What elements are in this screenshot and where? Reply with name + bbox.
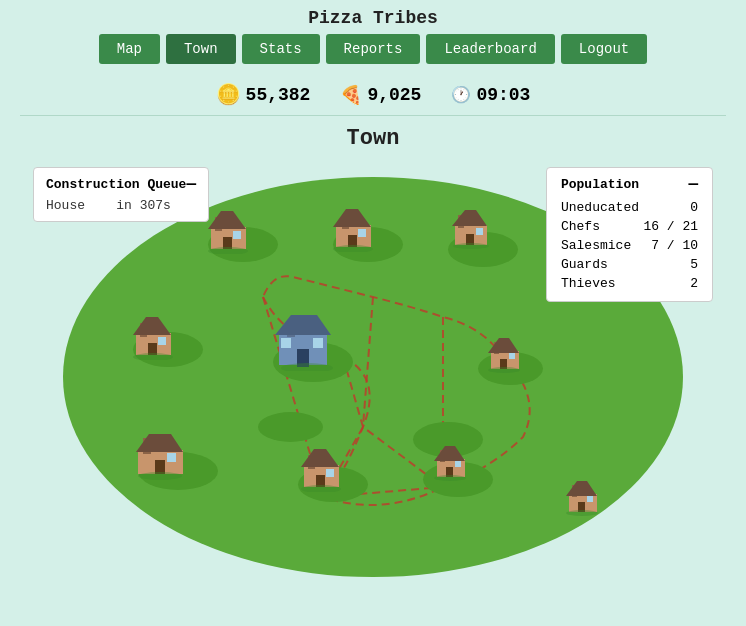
- svg-rect-16: [476, 228, 483, 235]
- nav-bar: Map Town Stats Reports Leaderboard Logou…: [0, 34, 746, 64]
- building-1[interactable]: [203, 199, 263, 262]
- svg-point-17: [453, 243, 489, 249]
- svg-point-60: [566, 510, 598, 516]
- clock-icon: 🕐: [451, 85, 471, 105]
- svg-rect-47: [326, 469, 334, 477]
- pop-label-guards: Guards: [561, 257, 608, 272]
- construction-item-label: House: [46, 198, 85, 213]
- svg-marker-33: [488, 338, 519, 353]
- svg-rect-10: [358, 229, 366, 237]
- pop-row-uneducated: Uneducated 0: [561, 198, 698, 217]
- svg-rect-59: [587, 496, 593, 502]
- pop-value-guards: 5: [690, 257, 698, 272]
- time-stat: 🕐 09:03: [451, 82, 530, 107]
- population-minimize-btn[interactable]: —: [688, 176, 698, 192]
- page-title: Town: [0, 116, 746, 157]
- building-3[interactable]: [448, 199, 503, 257]
- pizza-stat: 🍕 9,025: [340, 82, 421, 107]
- nav-leaderboard[interactable]: Leaderboard: [426, 34, 554, 64]
- building-2[interactable]: [328, 197, 388, 260]
- pop-row-guards: Guards 5: [561, 255, 698, 274]
- population-panel: Population — Uneducated 0 Chefs 16 / 21 …: [546, 167, 713, 302]
- svg-rect-41: [167, 453, 176, 462]
- pizza-value: 9,025: [367, 85, 421, 105]
- construction-panel: Construction Queue — House in 307s: [33, 167, 209, 222]
- building-8[interactable]: [431, 437, 479, 487]
- stats-bar: 🪙 55,382 🍕 9,025 🕐 09:03: [20, 76, 726, 116]
- pizza-icon: 🍕: [340, 84, 362, 106]
- pop-label-salesmice: Salesmice: [561, 238, 631, 253]
- building-center[interactable]: [271, 305, 343, 379]
- coin-icon: 🪙: [216, 82, 241, 107]
- svg-rect-28: [281, 338, 291, 348]
- svg-rect-22: [158, 337, 166, 345]
- nav-town[interactable]: Town: [166, 34, 236, 64]
- app-title: Pizza Tribes: [0, 8, 746, 28]
- svg-marker-26: [275, 315, 331, 335]
- svg-rect-40: [155, 460, 165, 474]
- building-7[interactable]: [296, 437, 356, 500]
- svg-marker-2: [208, 211, 246, 229]
- population-panel-header: Population —: [561, 176, 698, 192]
- pop-value-chefs: 16 / 21: [643, 219, 698, 234]
- time-value: 09:03: [476, 85, 530, 105]
- town-area: Construction Queue — House in 307s Popul…: [33, 157, 713, 597]
- construction-panel-header: Construction Queue —: [46, 176, 196, 192]
- svg-marker-14: [452, 210, 487, 226]
- coins-stat: 🪙 55,382: [216, 82, 311, 107]
- svg-rect-4: [233, 231, 241, 239]
- svg-marker-8: [333, 209, 371, 227]
- construction-minimize-btn[interactable]: —: [186, 176, 196, 192]
- svg-marker-57: [566, 481, 597, 496]
- svg-marker-45: [301, 449, 339, 467]
- nav-reports[interactable]: Reports: [326, 34, 421, 64]
- pop-label-uneducated: Uneducated: [561, 200, 639, 215]
- building-4[interactable]: [128, 305, 188, 368]
- pop-value-thieves: 2: [690, 276, 698, 291]
- construction-item-row: House in 307s: [46, 198, 196, 213]
- nav-logout[interactable]: Logout: [561, 34, 647, 64]
- svg-point-54: [434, 475, 466, 481]
- pop-row-chefs: Chefs 16 / 21: [561, 217, 698, 236]
- pop-row-salesmice: Salesmice 7 / 10: [561, 236, 698, 255]
- svg-marker-51: [434, 446, 465, 461]
- construction-item-time: in 307s: [116, 198, 171, 213]
- pop-label-thieves: Thieves: [561, 276, 616, 291]
- pop-value-uneducated: 0: [690, 200, 698, 215]
- svg-rect-35: [509, 353, 515, 359]
- population-panel-title: Population: [561, 177, 639, 192]
- nav-map[interactable]: Map: [99, 34, 160, 64]
- building-9[interactable]: [563, 472, 611, 522]
- coins-value: 55,382: [246, 85, 311, 105]
- svg-marker-20: [133, 317, 171, 335]
- pop-label-chefs: Chefs: [561, 219, 600, 234]
- nav-stats[interactable]: Stats: [242, 34, 320, 64]
- svg-marker-39: [136, 434, 183, 452]
- building-5[interactable]: [485, 329, 533, 379]
- svg-rect-53: [455, 461, 461, 467]
- construction-panel-title: Construction Queue: [46, 177, 186, 192]
- app-header: Pizza Tribes Map Town Stats Reports Lead…: [0, 0, 746, 76]
- svg-point-36: [488, 367, 520, 373]
- svg-rect-29: [313, 338, 323, 348]
- svg-point-42: [138, 472, 182, 480]
- pop-value-salesmice: 7 / 10: [651, 238, 698, 253]
- pop-row-thieves: Thieves 2: [561, 274, 698, 293]
- building-6[interactable]: [133, 422, 198, 488]
